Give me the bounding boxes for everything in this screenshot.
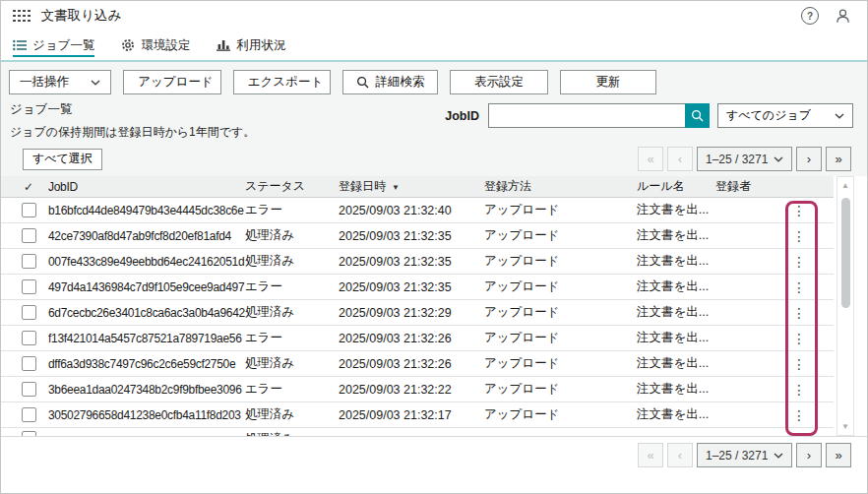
tab-label: 環境設定	[141, 37, 190, 54]
next-page-button[interactable]: ›	[796, 443, 822, 467]
cell-jobid: 497d4a1436984c7d9f105e9cee9ad497	[48, 280, 245, 294]
table-row[interactable]: dff6a3d938c7497c96c2c6e59cf2750e 処理済み 20…	[1, 351, 834, 377]
cell-jobid: 30502796658d41238e0cfb4a11f8d203	[48, 408, 245, 422]
cell-status: 処理済み	[245, 355, 339, 372]
vertical-scrollbar[interactable]: ▲ ▼	[837, 176, 854, 436]
tab-settings[interactable]: 環境設定	[121, 31, 190, 60]
cell-rule: 注文書を出...	[637, 355, 715, 372]
first-page-button[interactable]: «	[638, 147, 663, 171]
last-page-button[interactable]: »	[826, 147, 851, 171]
row-checkbox[interactable]	[22, 279, 36, 294]
jobid-search-group: JobID すべてのジョブ	[445, 103, 853, 128]
list-meta: ジョブ一覧 ジョブの保持期間は登録日時から1年間です。	[10, 101, 255, 141]
first-page-button[interactable]: «	[638, 443, 663, 467]
cell-status: エラー	[245, 202, 339, 218]
kebab-menu-icon[interactable]: ⋮	[792, 383, 806, 397]
last-page-button[interactable]: »	[826, 443, 851, 467]
app-window: 文書取り込み ? ジョブ一覧 環境設定 利用状況	[0, 0, 868, 494]
scroll-down-icon[interactable]: ▼	[837, 422, 853, 431]
jobid-search-button[interactable]	[685, 103, 710, 128]
job-filter-dropdown[interactable]: すべてのジョブ	[717, 103, 853, 128]
bulk-action-dropdown[interactable]: 一括操作	[9, 70, 111, 94]
list-heading: ジョブ一覧	[10, 101, 255, 118]
bottom-bar: « ‹ 1–25 / 3271 › »	[1, 436, 867, 493]
chevron-down-icon	[774, 156, 783, 162]
cell-jobid: 3b6eea1daa0247348b2c9f9bfbee3096	[48, 383, 245, 397]
cell-registered-at: 2025/09/03 21:32:26	[339, 357, 484, 371]
kebab-menu-icon[interactable]: ⋮	[792, 229, 806, 243]
search-icon	[691, 109, 704, 122]
table-row[interactable]: 007fe433c89e49eebbd64ec24162051d 処理済み 20…	[1, 249, 834, 275]
kebab-menu-icon[interactable]: ⋮	[792, 280, 806, 294]
tab-usage[interactable]: 利用状況	[217, 31, 285, 60]
page-range-dropdown[interactable]: 1–25 / 3271	[697, 147, 792, 171]
cell-rule: 注文書を出...	[637, 406, 715, 423]
titlebar-icons: ?	[801, 7, 851, 25]
cell-jobid: b16bfcd44de849479b43e4445dc38c6e	[48, 204, 245, 217]
header-status[interactable]: ステータス	[245, 178, 339, 195]
header-registrant[interactable]: 登録者	[715, 178, 780, 195]
prev-page-button[interactable]: ‹	[667, 443, 693, 467]
header-rule[interactable]: ルール名	[637, 178, 715, 195]
header-registered-at[interactable]: 登録日時▼	[339, 178, 484, 195]
row-checkbox[interactable]	[22, 331, 36, 345]
prev-page-button[interactable]: ‹	[667, 147, 693, 171]
row-checkbox[interactable]	[22, 356, 36, 371]
page-range-dropdown[interactable]: 1–25 / 3271	[697, 443, 792, 467]
row-checkbox[interactable]	[22, 254, 36, 269]
header-method[interactable]: 登録方法	[484, 178, 637, 195]
list-icon	[13, 39, 27, 51]
chevron-down-icon	[835, 113, 844, 119]
row-checkbox[interactable]	[22, 305, 36, 320]
page-range-value: 1–25 / 3271	[706, 153, 768, 166]
kebab-menu-icon[interactable]: ⋮	[792, 306, 806, 320]
header-jobid[interactable]: JobID	[48, 180, 245, 194]
table-body: b16bfcd44de849479b43e4445dc38c6e エラー 202…	[1, 198, 834, 436]
advanced-search-button[interactable]: 詳細検索	[342, 70, 438, 94]
table-row[interactable]: f13f421014a5457c87521a789719ae56 エラー 202…	[1, 326, 834, 351]
row-checkbox[interactable]	[22, 228, 36, 243]
export-button[interactable]: エクスポート	[233, 70, 331, 94]
row-checkbox[interactable]	[22, 407, 36, 422]
scroll-up-icon[interactable]: ▲	[837, 181, 853, 190]
kebab-menu-icon[interactable]: ⋮	[792, 408, 806, 422]
bar-chart-icon	[217, 39, 230, 51]
table-row[interactable]: 3b6eea1daa0247348b2c9f9bfbee3096 エラー 202…	[1, 377, 834, 402]
upload-button[interactable]: アップロード	[123, 70, 221, 94]
retention-note: ジョブの保持期間は登録日時から1年間です。	[10, 124, 255, 141]
table-row[interactable]: 30502796658d41238e0cfb4a11f8d203 処理済み 20…	[1, 402, 834, 428]
cell-rule: 注文書を出...	[637, 253, 715, 270]
row-checkbox[interactable]	[22, 382, 36, 397]
cell-rule: 注文書を出...	[637, 304, 715, 321]
kebab-menu-icon[interactable]: ⋮	[792, 332, 806, 345]
table-row[interactable]: b16bfcd44de849479b43e4445dc38c6e エラー 202…	[1, 198, 834, 223]
user-icon[interactable]	[835, 8, 851, 25]
tab-job-list[interactable]: ジョブ一覧	[13, 31, 94, 60]
kebab-menu-icon[interactable]: ⋮	[792, 255, 806, 269]
row-checkbox[interactable]	[22, 203, 36, 217]
help-icon[interactable]: ?	[801, 7, 819, 25]
jobid-input[interactable]	[488, 103, 685, 128]
kebab-menu-icon[interactable]: ⋮	[792, 357, 806, 371]
select-all-button[interactable]: すべて選択	[23, 149, 102, 170]
refresh-button[interactable]: 更新	[560, 70, 656, 94]
cell-method: アップロード	[484, 202, 637, 218]
cell-rule: 注文書を出...	[637, 330, 715, 346]
kebab-menu-icon[interactable]: ⋮	[792, 204, 806, 217]
app-launcher-icon[interactable]	[13, 10, 31, 23]
display-settings-button[interactable]: 表示設定	[450, 70, 548, 94]
gear-icon	[121, 38, 135, 52]
table-row[interactable]: 497d4a1436984c7d9f105e9cee9ad497 エラー 202…	[1, 275, 834, 300]
table-header-row: ✓ JobID ステータス 登録日時▼ 登録方法 ルール名 登録者	[1, 176, 834, 198]
scrollbar-thumb[interactable]	[841, 198, 850, 308]
next-page-button[interactable]: ›	[796, 147, 822, 171]
cell-registered-at: 2025/09/03 21:32:29	[339, 306, 484, 320]
table-row[interactable]: 42ce7390af8d47ab9fcf8d20ef81afd4 処理済み 20…	[1, 223, 834, 249]
pagination-top: « ‹ 1–25 / 3271 › »	[638, 147, 851, 171]
table-row[interactable]: 6d7cecbc26e3401c8ca6ac3a0b4a9642 処理済み 20…	[1, 300, 834, 326]
sort-desc-icon: ▼	[392, 183, 400, 192]
table-row[interactable]: 処理済み ⋮	[1, 428, 834, 436]
cell-jobid: 6d7cecbc26e3401c8ca6ac3a0b4a9642	[48, 306, 245, 320]
cell-registered-at: 2025/09/03 21:32:40	[339, 204, 484, 217]
cell-registered-at: 2025/09/03 21:32:22	[339, 383, 484, 397]
